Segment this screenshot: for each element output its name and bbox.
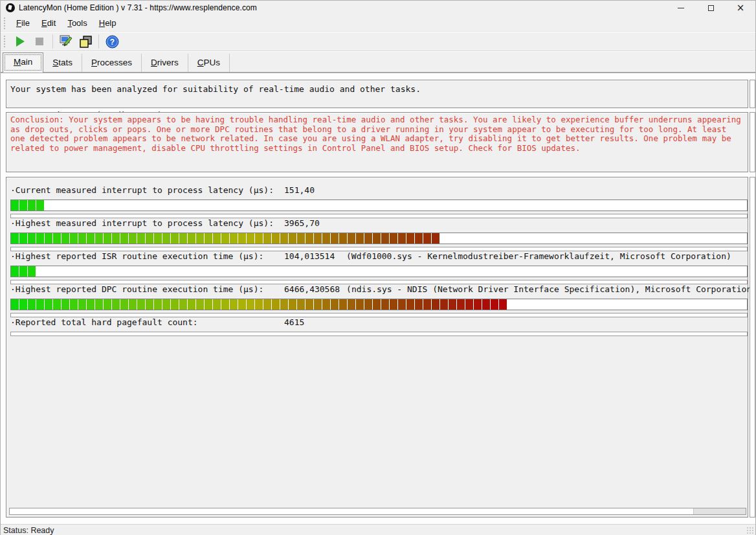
bar-segment (263, 233, 271, 244)
bar-segment (322, 233, 330, 244)
window-titlebar: LatencyMon (Home Edition ) v 7.31 - http… (1, 1, 755, 15)
menu-bar: FileEditToolsHelp (1, 15, 755, 32)
horizontal-scrollbar[interactable] (9, 508, 746, 515)
bar-segment (11, 200, 19, 211)
bar-segment (87, 299, 94, 310)
menubar-gripper[interactable] (4, 17, 6, 29)
measurement-row: ·Highest measured interrupt to process l… (10, 218, 748, 251)
measurement-label: ·Current measured interrupt to process l… (10, 185, 284, 195)
help-button[interactable]: ? (104, 34, 120, 49)
close-button[interactable]: × (726, 1, 755, 15)
bar-segment (289, 299, 296, 310)
menu-item-help[interactable]: Help (93, 16, 122, 30)
window-controls: × (666, 1, 755, 15)
measurement-row: ·Highest reported DPC routine execution … (10, 284, 748, 317)
tab-stats[interactable]: Stats (43, 54, 82, 72)
bar-segment (53, 299, 61, 310)
bar-segment (154, 299, 162, 310)
bar-segment (36, 233, 44, 244)
maximize-icon (708, 5, 714, 11)
toolbar-separator (52, 34, 53, 49)
bar-segment (247, 299, 254, 310)
bar-segment (306, 299, 313, 310)
measurement-label: ·Reported total hard pagefault count: (10, 317, 284, 327)
conclusion-vertical-scrollbar[interactable] (750, 112, 755, 172)
bar-segment (423, 233, 431, 244)
measurement-value: 6466,430568 (284, 284, 340, 294)
bar-segment (70, 299, 78, 310)
bar-segment (314, 233, 322, 244)
maximize-button[interactable] (696, 1, 726, 15)
bar-segment (238, 233, 246, 244)
options-button[interactable] (58, 34, 74, 49)
tab-main[interactable]: Main (3, 52, 43, 73)
bar-segment (95, 233, 103, 244)
start-button[interactable] (12, 34, 28, 49)
menu-item-tools[interactable]: Tools (61, 16, 93, 30)
play-icon (16, 36, 25, 47)
bar-segment (104, 233, 111, 244)
bar-segment (162, 299, 170, 310)
bar-segment (171, 233, 179, 244)
bar-segment (381, 299, 389, 310)
bar-segment (95, 299, 103, 310)
bar-segment (297, 299, 305, 310)
bar-segment (120, 233, 128, 244)
bar-segment (331, 299, 339, 310)
bar-segment (11, 233, 19, 244)
bar-segment (348, 233, 355, 244)
horizontal-scrollbar-thumb[interactable] (10, 508, 694, 514)
bar-segment (356, 233, 364, 244)
bar-segment (356, 299, 364, 310)
stop-button[interactable] (31, 34, 48, 49)
monitor-tool-icon (59, 34, 73, 49)
bar-segment (406, 233, 414, 244)
measurement-value: 151,40 (284, 185, 340, 195)
tab-drivers[interactable]: Drivers (142, 54, 188, 72)
bar-strip (10, 332, 748, 336)
measurement-value: 4615 (284, 317, 340, 327)
bar-segment (339, 299, 347, 310)
bar-segment (213, 299, 221, 310)
bar-segment (11, 299, 19, 310)
bar-segment (221, 299, 229, 310)
status-bar: Status: Ready (1, 524, 755, 535)
bar-segment (205, 299, 212, 310)
bar-segment (457, 299, 465, 310)
bar-segment (19, 233, 27, 244)
latency-bar (10, 266, 748, 277)
bar-segment (137, 233, 145, 244)
bar-segment (28, 299, 36, 310)
measurement-detail: (ndis.sys - NDIS (Network Driver Interfa… (346, 284, 756, 294)
measurements-vertical-scrollbar[interactable] (750, 177, 755, 518)
bar-segment (28, 233, 36, 244)
copy-report-button[interactable] (77, 34, 94, 49)
bar-segment (230, 233, 238, 244)
bar-strip (10, 313, 748, 317)
bar-segment (364, 233, 372, 244)
bar-segment (247, 233, 254, 244)
measurement-value: 3965,70 (284, 218, 340, 228)
minimize-button[interactable] (666, 1, 696, 15)
bar-segment (390, 299, 397, 310)
tab-bar: MainStatsProcessesDriversCPUs (1, 52, 755, 73)
toolbar: ? (1, 32, 755, 51)
resize-grip[interactable] (746, 527, 754, 534)
bar-segment (255, 299, 263, 310)
toolbar-gripper[interactable] (4, 36, 6, 47)
menu-item-edit[interactable]: Edit (36, 16, 61, 30)
analysis-vertical-scrollbar[interactable] (750, 80, 755, 108)
bar-segment (465, 299, 473, 310)
analysis-panel: Your system has been analyzed for suitab… (6, 80, 748, 108)
bar-segment (280, 299, 288, 310)
latency-bar (10, 299, 748, 310)
tab-processes[interactable]: Processes (82, 54, 142, 72)
bar-segment (482, 299, 490, 310)
bar-segment (205, 233, 212, 244)
bar-segment (120, 299, 128, 310)
bar-segment (331, 233, 339, 244)
menu-item-file[interactable]: File (10, 16, 36, 30)
bar-segment (196, 233, 204, 244)
help-icon: ? (106, 35, 119, 49)
tab-cpus[interactable]: CPUs (188, 54, 230, 72)
